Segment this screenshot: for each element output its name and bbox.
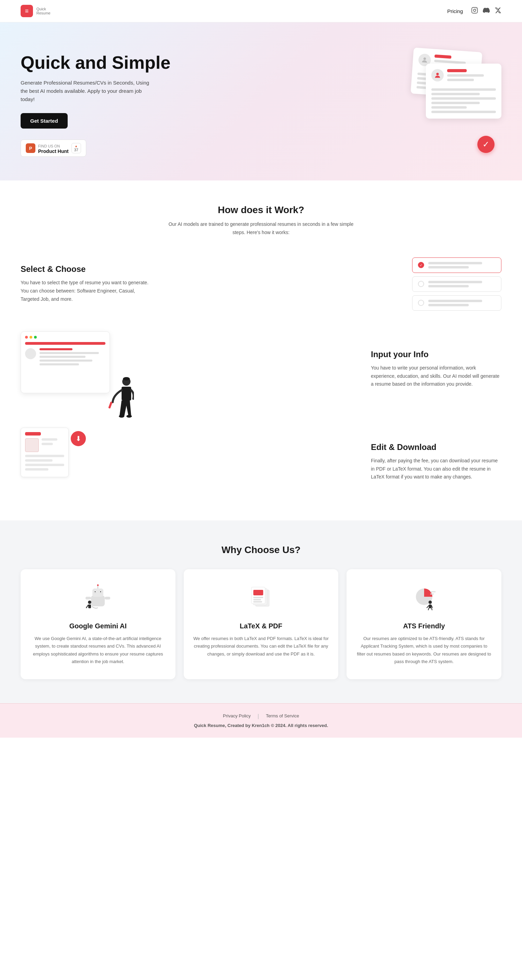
gemini-icon (30, 583, 166, 616)
doc-image-placeholder (25, 438, 39, 452)
svg-rect-30 (254, 601, 262, 602)
product-hunt-text: FIND US ON Product Hunt (38, 143, 69, 154)
select-option-3 (412, 295, 501, 311)
svg-point-6 (123, 377, 130, 380)
footer: Privacy Policy | Terms of Service Quick … (0, 703, 522, 738)
select-option-1: ✓ (412, 258, 501, 273)
footer-copyright: Quick Resume, Created by Kren1ch © 2024.… (21, 723, 501, 728)
nav-social (471, 7, 501, 16)
feature-card-latex: LaTeX & PDF We offer resumes in both LaT… (184, 569, 339, 679)
get-started-button[interactable]: Get Started (21, 113, 68, 129)
gemini-desc: We use Google Gemini AI, a state-of-the-… (30, 635, 166, 665)
svg-rect-22 (88, 604, 91, 608)
latex-desc: We offer resumes in both LaTeX and PDF f… (194, 635, 329, 657)
step-3-visual: ⬇ (21, 428, 83, 496)
twitter-link[interactable] (495, 7, 501, 16)
navbar: ≡ Quick Resume Pricing (0, 0, 522, 22)
svg-point-18 (97, 584, 99, 586)
svg-line-23 (87, 605, 89, 608)
step-2-text: Input your Info You have to write your p… (371, 350, 501, 388)
check-circle-icon: ✓ (478, 136, 495, 153)
pricing-link[interactable]: Pricing (447, 8, 463, 14)
ph-votes-badge: ▲ 37 (71, 143, 81, 153)
ph-vote-count: 37 (74, 148, 78, 152)
ats-title: ATS Friendly (356, 622, 492, 630)
browser-dot-red (25, 336, 28, 339)
step-1-text: Select & Choose You have to select the t… (21, 264, 151, 303)
step-1-title: Select & Choose (21, 264, 151, 274)
step-3: ⬇ Edit & Download Finally, after paying … (21, 428, 501, 496)
svg-point-9 (119, 415, 124, 418)
ph-arrow: ▲ (75, 144, 78, 148)
select-options-illustration: ✓ (412, 258, 501, 311)
resume-card-front (426, 64, 501, 119)
feature-cards: Google Gemini AI We use Google Gemini AI… (21, 569, 501, 679)
hero-section: Quick and Simple Generate Professional R… (0, 22, 522, 180)
why-header: Why Choose Us? (21, 544, 501, 555)
logo[interactable]: ≡ Quick Resume (21, 5, 51, 17)
avatar-illustration-front (432, 69, 444, 81)
logo-icon: ≡ (21, 5, 33, 17)
radio-empty-2 (418, 300, 424, 306)
twitter-icon (495, 8, 501, 15)
hero-illustration: ✓ (357, 50, 501, 160)
step-2-title: Input your Info (371, 350, 501, 359)
why-title: Why Choose Us? (21, 544, 501, 555)
step-1-visual: ✓ (412, 258, 501, 311)
svg-point-2 (476, 8, 477, 9)
footer-divider: | (257, 713, 259, 719)
svg-point-15 (95, 591, 96, 592)
svg-rect-32 (430, 593, 434, 594)
svg-line-36 (432, 605, 432, 608)
latex-title: LaTeX & PDF (194, 622, 329, 630)
svg-rect-0 (472, 7, 478, 13)
browser-avatar (25, 348, 36, 359)
svg-line-37 (428, 608, 429, 610)
svg-line-35 (427, 605, 429, 608)
step-1-desc: You have to select the type of resume yo… (21, 279, 151, 303)
svg-point-3 (424, 57, 426, 60)
feature-card-ats: ATS Friendly Our resumes are optimized t… (346, 569, 501, 679)
svg-rect-19 (86, 597, 91, 600)
hero-title: Quick and Simple (21, 53, 170, 73)
step-3-desc: Finally, after paying the fee, you can d… (371, 457, 501, 481)
instagram-icon (471, 8, 478, 15)
discord-icon (483, 8, 490, 15)
radio-empty-1 (418, 281, 424, 287)
how-subtitle: Our AI models are trained to generate pr… (168, 220, 354, 237)
discord-link[interactable] (483, 7, 490, 16)
hero-left: Quick and Simple Generate Professional R… (21, 53, 170, 157)
privacy-policy-link[interactable]: Privacy Policy (223, 713, 251, 719)
person-figure (106, 375, 134, 421)
how-title: How does it Work? (21, 205, 501, 216)
latex-icon (194, 583, 329, 616)
step-2-visual (21, 331, 130, 407)
hero-subtitle: Generate Professional Resumes/CVs in Sec… (21, 79, 151, 103)
product-hunt-badge[interactable]: P FIND US ON Product Hunt ▲ 37 (21, 140, 86, 157)
footer-links: Privacy Policy | Terms of Service (21, 713, 501, 719)
step-1: Select & Choose You have to select the t… (21, 258, 501, 311)
download-icon: ⬇ (71, 431, 86, 446)
svg-rect-31 (430, 591, 435, 592)
terms-of-service-link[interactable]: Terms of Service (266, 713, 299, 719)
svg-point-33 (428, 600, 432, 604)
svg-rect-20 (105, 597, 110, 600)
ats-icon (356, 583, 492, 616)
logo-text: Quick Resume (36, 7, 51, 15)
svg-rect-7 (122, 387, 131, 401)
step-3-title: Edit & Download (371, 442, 501, 452)
step-3-text: Edit & Download Finally, after paying th… (371, 442, 501, 481)
svg-rect-28 (254, 597, 263, 598)
gemini-title: Google Gemini AI (30, 622, 166, 630)
select-option-2 (412, 276, 501, 292)
svg-point-21 (88, 600, 92, 604)
step-2-desc: You have to write your personal informat… (371, 364, 501, 388)
svg-point-10 (126, 415, 132, 418)
browser-bar (25, 342, 105, 345)
svg-rect-11 (91, 595, 105, 606)
browser-dot-yellow (30, 336, 32, 339)
instagram-link[interactable] (471, 7, 478, 16)
svg-point-16 (100, 591, 101, 592)
svg-rect-27 (254, 590, 263, 595)
svg-line-38 (432, 608, 432, 610)
